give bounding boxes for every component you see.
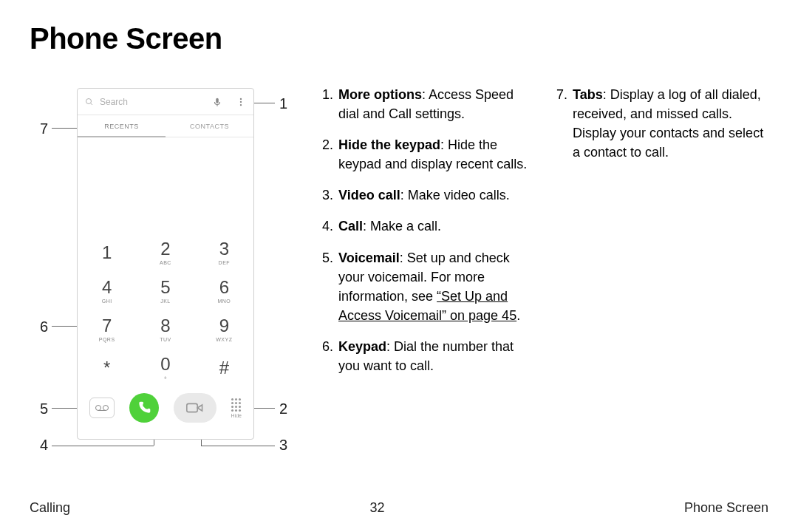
key-digit: 3	[219, 240, 229, 258]
description-columns: 1. More options: Access Speed dial and C…	[322, 85, 768, 469]
callout-line	[52, 446, 154, 446]
item-num: 6.	[322, 337, 338, 375]
list-item: 3. Video call: Make video calls.	[322, 185, 534, 205]
callout-1: 1	[279, 95, 287, 112]
callout-4: 4	[40, 437, 48, 454]
callout-line	[251, 408, 275, 409]
blank-area	[78, 137, 253, 233]
key-letters: MNO	[217, 299, 231, 304]
phone-icon	[137, 400, 151, 415]
key-digit: 9	[219, 317, 229, 335]
footer-right: Phone Screen	[684, 500, 768, 516]
item-num: 3.	[322, 185, 338, 205]
video-call-button[interactable]	[174, 393, 216, 423]
item-text: Voicemail: Set up and check your voicema…	[338, 248, 534, 325]
svg-point-6	[240, 103, 242, 105]
item-text: Hide the keypad: Hide the keypad and dis…	[338, 135, 534, 174]
item-text: Keypad: Dial the number that you want to…	[338, 337, 534, 375]
svg-rect-10	[187, 403, 197, 412]
item-num: 7.	[556, 85, 573, 162]
key-digit: 1	[102, 244, 112, 262]
key-7[interactable]: 7PQRS	[78, 310, 136, 349]
list-item: 5. Voicemail: Set up and check your voic…	[322, 248, 534, 325]
mic-icon[interactable]	[212, 97, 222, 107]
key-digit: 5	[160, 279, 170, 296]
key-letters: DEF	[219, 260, 231, 265]
item-text: Tabs: Display a log of all dialed, recei…	[573, 85, 768, 162]
footer-left: Calling	[30, 500, 70, 516]
callout-line	[52, 128, 78, 129]
key-letters: TUV	[160, 337, 171, 342]
video-icon	[186, 402, 204, 414]
keypad: 12ABC3DEF4GHI5JKL6MNO7PQRS8TUV9WXYZ*0+#	[78, 233, 253, 387]
phone-diagram: 1 2 3 4 5 6 7 Search RECENTS CONTACTS	[30, 85, 296, 469]
list-item: 6. Keypad: Dial the number that you want…	[322, 337, 534, 375]
callout-2: 2	[279, 400, 287, 417]
key-digit: 6	[219, 279, 229, 296]
list-item: 4. Call: Make a call.	[322, 216, 534, 236]
key-1[interactable]: 1	[78, 233, 136, 272]
page-title: Phone Screen	[30, 22, 768, 55]
key-digit: 7	[102, 317, 112, 335]
callout-line	[251, 103, 275, 103]
key-letters: ABC	[160, 260, 171, 265]
item-text: Video call: Make video calls.	[338, 185, 534, 205]
callout-line	[52, 326, 77, 327]
key-*[interactable]: *	[78, 349, 136, 387]
call-button[interactable]	[129, 393, 159, 423]
key-letters: JKL	[160, 299, 171, 304]
search-icon	[85, 98, 94, 106]
svg-rect-2	[216, 98, 219, 103]
item-num: 5.	[322, 248, 338, 325]
key-8[interactable]: 8TUV	[136, 310, 194, 349]
tab-recents[interactable]: RECENTS	[78, 115, 166, 137]
svg-point-5	[240, 100, 242, 102]
key-9[interactable]: 9WXYZ	[195, 310, 253, 349]
voicemail-button[interactable]	[89, 398, 115, 418]
key-letters: PQRS	[99, 337, 115, 342]
callout-6: 6	[40, 318, 48, 335]
key-letters: +	[164, 375, 168, 381]
callout-7: 7	[40, 120, 48, 137]
key-letters: GHI	[102, 299, 112, 304]
svg-point-4	[240, 98, 242, 99]
item-num: 1.	[322, 85, 338, 123]
svg-point-7	[95, 406, 100, 411]
key-6[interactable]: 6MNO	[195, 272, 253, 310]
callout-3: 3	[279, 437, 287, 454]
item-num: 4.	[322, 216, 338, 236]
key-#[interactable]: #	[195, 349, 253, 387]
key-letters: WXYZ	[216, 337, 232, 342]
key-digit: 4	[102, 279, 112, 296]
hide-keypad-button[interactable]: Hide	[231, 398, 242, 418]
content: 1 2 3 4 5 6 7 Search RECENTS CONTACTS	[30, 85, 768, 469]
voicemail-icon	[95, 403, 109, 412]
hide-label: Hide	[231, 413, 242, 418]
key-digit: 0	[160, 355, 170, 373]
col-1: 1. More options: Access Speed dial and C…	[322, 85, 534, 469]
list-item: 7. Tabs: Display a log of all dialed, re…	[556, 85, 768, 162]
key-3[interactable]: 3DEF	[195, 233, 253, 272]
phone-mock: Search RECENTS CONTACTS 12ABC3DEF4GHI5JK…	[77, 88, 254, 440]
more-options-icon[interactable]	[236, 97, 246, 107]
tab-contacts[interactable]: CONTACTS	[166, 115, 253, 137]
key-0[interactable]: 0+	[136, 349, 194, 387]
svg-point-0	[86, 98, 92, 103]
key-digit: 8	[160, 317, 170, 335]
key-2[interactable]: 2ABC	[136, 233, 194, 272]
svg-point-8	[103, 406, 108, 411]
col-2: 7. Tabs: Display a log of all dialed, re…	[556, 85, 768, 469]
tabs: RECENTS CONTACTS	[78, 115, 253, 137]
bottom-bar: Hide	[78, 387, 253, 430]
key-5[interactable]: 5JKL	[136, 272, 194, 310]
callout-5: 5	[40, 400, 48, 417]
search-bar[interactable]: Search	[78, 89, 253, 115]
search-placeholder: Search	[100, 97, 128, 107]
footer-page-number: 32	[369, 500, 384, 516]
footer: Calling 32 Phone Screen	[0, 500, 798, 516]
key-digit: *	[103, 359, 110, 377]
item-num: 2.	[322, 135, 338, 174]
list-item: 1. More options: Access Speed dial and C…	[322, 85, 534, 123]
item-text: Call: Make a call.	[338, 216, 534, 236]
key-4[interactable]: 4GHI	[78, 272, 136, 310]
